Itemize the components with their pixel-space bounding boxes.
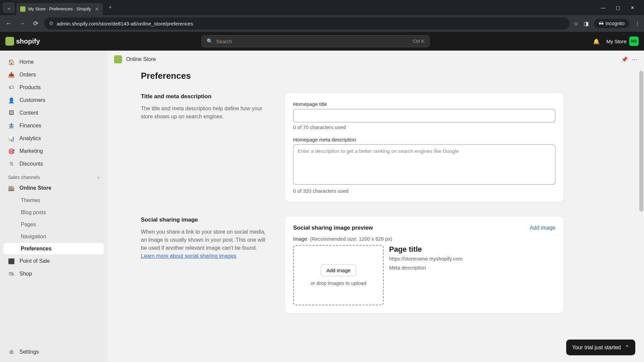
section-heading: Title and meta description — [141, 93, 272, 100]
sidebar-item-shop[interactable]: 🛍Shop — [3, 268, 104, 280]
discount-icon: ％ — [8, 161, 15, 167]
meta-char-count: 0 of 320 characters used — [293, 188, 555, 194]
card-title: Social sharing image preview — [293, 225, 373, 231]
sidebar-item-navigation[interactable]: Navigation — [3, 231, 104, 242]
window-controls: — ▢ ✕ — [600, 5, 641, 10]
drop-hint: or drop images to upload — [311, 280, 366, 286]
address-bar: ← → ⟳ ⚙ admin.shopify.com/store/de8143-a… — [0, 15, 644, 32]
shopify-admin: shopify 🔍 Search Ctrl K 🔔 My Store MS 🏠H… — [0, 32, 644, 362]
homepage-title-label: Homepage title — [293, 101, 555, 107]
page-title: Preferences — [141, 71, 564, 81]
add-image-button[interactable]: Add image — [321, 264, 356, 276]
sales-channels-header[interactable]: Sales channels › — [3, 171, 104, 182]
shopify-logo-icon — [5, 37, 14, 46]
shopify-favicon-icon — [20, 6, 25, 12]
section-title-meta: Title and meta description The title and… — [141, 93, 564, 202]
scrollbar-thumb[interactable] — [639, 71, 643, 212]
close-window-icon[interactable]: ✕ — [629, 5, 636, 10]
section-description: The title and meta description help defi… — [141, 105, 272, 121]
reload-icon[interactable]: ⟳ — [31, 20, 40, 27]
store-icon: 🏬 — [8, 185, 15, 191]
gear-icon: ⚙ — [8, 349, 15, 355]
add-image-link[interactable]: Add image — [530, 225, 556, 231]
sidebar-item-blog-posts[interactable]: Blog posts — [3, 207, 104, 218]
search-shortcut: Ctrl K — [413, 39, 425, 44]
tab-title: My Store · Preferences · Shopify — [28, 6, 91, 11]
bell-icon: 🔔 — [593, 38, 600, 45]
sidebar-item-pos[interactable]: ⬛Point of Sale — [3, 255, 104, 267]
meta-desc-label: Homepage meta description — [293, 137, 555, 142]
sidebar-item-online-store[interactable]: 🏬Online Store — [3, 182, 104, 194]
bank-icon: 🏦 — [8, 122, 15, 129]
bag-icon: 🛍 — [8, 270, 15, 277]
forward-icon[interactable]: → — [17, 20, 27, 27]
notifications-button[interactable]: 🔔 — [591, 36, 602, 47]
site-settings-icon[interactable]: ⚙ — [49, 20, 53, 26]
tag-icon: 🏷 — [8, 84, 15, 91]
sidebar-item-pages[interactable]: Pages — [3, 219, 104, 230]
bookmark-icon[interactable]: ☆ — [574, 20, 578, 27]
pos-icon: ⬛ — [8, 258, 15, 264]
sidebar-item-themes[interactable]: Themes — [3, 195, 104, 206]
chevron-down-icon: ⌄ — [7, 4, 11, 11]
sidebar-item-analytics[interactable]: 📊Analytics — [3, 132, 104, 144]
image-icon: 🖼 — [8, 110, 15, 116]
section-description: When you share a link to your store on s… — [141, 228, 272, 260]
maximize-icon[interactable]: ▢ — [614, 5, 621, 10]
social-image-card: Social sharing image preview Add image I… — [285, 217, 564, 313]
person-icon: 👤 — [8, 97, 15, 104]
browser-chrome: ⌄ My Store · Preferences · Shopify ✕ + —… — [0, 0, 644, 32]
sidebar-item-content[interactable]: 🖼Content — [3, 107, 104, 119]
learn-more-link[interactable]: Learn more about social sharing images — [141, 253, 236, 259]
close-icon[interactable]: ✕ — [95, 6, 99, 12]
online-store-icon — [114, 55, 122, 63]
orders-icon: 📥 — [8, 71, 15, 78]
main-content: Online Store 📌 ⋯ Preferences Title and m… — [107, 51, 644, 362]
sidebar-item-orders[interactable]: 📥Orders — [3, 69, 104, 81]
sidebar-item-products[interactable]: 🏷Products — [3, 81, 104, 94]
tab-search-dropdown[interactable]: ⌄ — [3, 2, 15, 13]
social-preview: Page title https://storename.myshopify.c… — [389, 245, 555, 305]
side-panel-icon[interactable]: ◨ — [584, 20, 589, 27]
back-icon[interactable]: ← — [4, 20, 13, 27]
url-text: admin.shopify.com/store/de8143-a6/online… — [57, 21, 193, 26]
sidebar-item-customers[interactable]: 👤Customers — [3, 94, 104, 106]
search-icon: 🔍 — [207, 38, 213, 44]
image-dropzone[interactable]: Add image or drop images to upload — [293, 245, 384, 305]
page-topbar: Online Store 📌 ⋯ — [107, 51, 644, 68]
more-icon[interactable]: ⋯ — [632, 56, 637, 63]
url-input[interactable]: ⚙ admin.shopify.com/store/de8143-a6/onli… — [44, 17, 570, 29]
store-switcher[interactable]: My Store MS — [606, 37, 639, 46]
new-tab-button[interactable]: + — [104, 4, 116, 11]
chevron-right-icon: › — [98, 175, 99, 180]
image-hint: Image (Recommended size: 1200 x 628 px) — [293, 236, 555, 242]
trial-toast[interactable]: Your trial just started ⌃ — [566, 340, 635, 355]
browser-tab[interactable]: My Store · Preferences · Shopify ✕ — [16, 3, 103, 15]
homepage-title-input[interactable] — [293, 109, 555, 122]
minimize-icon[interactable]: — — [600, 5, 606, 10]
sidebar-item-discounts[interactable]: ％Discounts — [3, 158, 104, 170]
kebab-menu-icon[interactable]: ⋮ — [635, 20, 640, 27]
avatar: MS — [629, 37, 639, 46]
sidebar-item-marketing[interactable]: 🎯Marketing — [3, 145, 104, 157]
search-input[interactable]: 🔍 Search Ctrl K — [202, 35, 430, 47]
incognito-icon: 🕶 — [599, 21, 603, 26]
preview-page-title: Page title — [389, 245, 555, 254]
shopify-logo[interactable]: shopify — [5, 37, 40, 46]
meta-desc-input[interactable] — [293, 144, 555, 185]
chevron-up-icon: ⌃ — [625, 344, 629, 351]
pin-icon[interactable]: 📌 — [621, 56, 628, 63]
preview-url: https://storename.myshopify.com — [389, 256, 555, 261]
channel-name: Online Store — [126, 56, 156, 62]
incognito-badge[interactable]: 🕶 Incognito — [594, 19, 629, 28]
sidebar-item-finances[interactable]: 🏦Finances — [3, 120, 104, 132]
section-heading: Social sharing image — [141, 217, 272, 223]
scrollbar[interactable] — [639, 51, 644, 362]
app-header: shopify 🔍 Search Ctrl K 🔔 My Store MS — [0, 32, 644, 51]
sidebar-item-home[interactable]: 🏠Home — [3, 56, 104, 68]
section-social-image: Social sharing image When you share a li… — [141, 217, 564, 313]
sidebar-item-preferences[interactable]: Preferences — [3, 243, 104, 254]
sidebar-item-settings[interactable]: ⚙Settings — [3, 346, 104, 358]
home-icon: 🏠 — [8, 59, 15, 65]
target-icon: 🎯 — [8, 148, 15, 155]
